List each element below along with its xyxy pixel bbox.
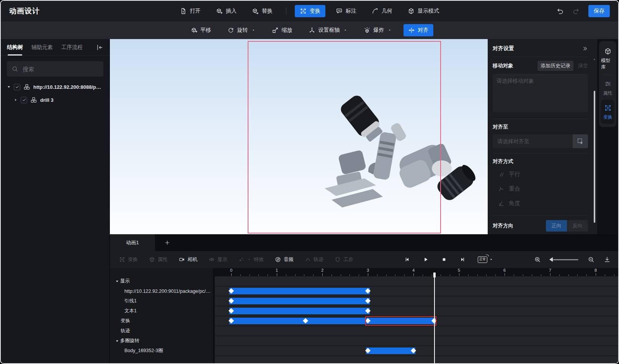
search-input[interactable] [22, 65, 99, 73]
sidebar-item-0[interactable]: 模型库 [601, 43, 614, 74]
menu-item-6[interactable]: 显示模式 [403, 5, 444, 17]
tree-node[interactable]: drill 3 [1, 93, 109, 106]
track-name: http://10.122.92.200:9011/package/pc/3dc… [124, 289, 212, 294]
track-bar[interactable] [229, 298, 370, 304]
tool-5[interactable]: 对齐 [403, 24, 433, 36]
align-method-1[interactable]: 重合 [493, 182, 588, 196]
timeline-zoom-slider[interactable] [550, 259, 578, 260]
tool-1[interactable]: 旋转 [223, 24, 260, 36]
timeline-tool-6[interactable]: 轨迹 [305, 256, 323, 263]
download-icon[interactable] [604, 256, 611, 263]
timeline-tool-label: 相机 [188, 256, 198, 263]
camera-icon [179, 256, 185, 263]
track-row[interactable] [215, 276, 619, 286]
timeline-ruler[interactable]: 012345678 [215, 268, 619, 276]
sidebar-item-label: 模型库 [601, 57, 614, 70]
menu-item-0[interactable]: 打开 [175, 5, 206, 17]
track-name-row[interactable]: http://10.122.92.200:9011/package/pc/3dc… [110, 286, 213, 296]
viewport-3d[interactable] [110, 39, 488, 234]
panel-scrollbar[interactable] [594, 91, 595, 223]
sidebar-item-2[interactable]: 变换 [601, 100, 614, 124]
explode-icon [364, 27, 371, 34]
collapse-arrow-icon[interactable] [14, 98, 18, 102]
direction-1[interactable]: 反向 [567, 220, 588, 232]
track-row[interactable] [215, 286, 619, 296]
add-timeline-tab-button[interactable] [155, 234, 180, 251]
track-name-row[interactable]: 引线1 [110, 296, 213, 306]
menu-item-4[interactable]: 标注 [331, 5, 361, 17]
left-tab-0[interactable]: 结构树 [7, 39, 23, 55]
add-history-button[interactable]: 添加历史记录 [537, 61, 573, 71]
move-object-input[interactable] [493, 74, 588, 112]
track-name-row[interactable]: 文本1 [110, 306, 213, 316]
tool-4[interactable]: 爆炸 [359, 24, 397, 36]
track-name-row[interactable]: Body_169352-3圈 [110, 346, 213, 356]
menu-item-5[interactable]: 几何 [367, 5, 397, 17]
play-icon [423, 256, 429, 263]
tree-node[interactable]: http://10.122.92.200:8088/pack... [1, 80, 109, 93]
track-row[interactable] [215, 336, 619, 346]
stop-button[interactable] [441, 256, 447, 263]
expand-arrow-icon[interactable] [7, 85, 11, 89]
cube-icon [149, 256, 155, 263]
track-name-row[interactable]: 轨迹 [110, 326, 213, 336]
ruler-label: 5 [458, 268, 460, 273]
pick-object-button[interactable] [573, 134, 588, 148]
track-row[interactable] [215, 306, 619, 316]
timeline-tool-4[interactable]: 特效 [238, 256, 264, 263]
track-bar[interactable] [229, 288, 370, 294]
track-name-row[interactable]: 显示 [110, 276, 213, 286]
direction-0[interactable]: 正向 [546, 220, 567, 232]
timeline-tool-3[interactable]: 显示 [209, 256, 227, 263]
tool-2[interactable]: 缩放 [267, 24, 297, 36]
timeline-tool-1[interactable]: 属性 [149, 256, 168, 263]
align-method-0[interactable]: 平行 [493, 167, 588, 181]
playhead[interactable] [434, 273, 435, 363]
save-button[interactable]: 保存 [588, 5, 610, 17]
timeline-tab-animation1[interactable]: 动画1 [110, 234, 155, 251]
clear-button[interactable]: 清空 [578, 62, 588, 69]
scroll-up-icon[interactable] [592, 57, 597, 62]
left-tab-1[interactable]: 辅助元素 [31, 39, 53, 55]
timeline-tool-2[interactable]: 相机 [179, 256, 198, 263]
undo-button[interactable] [556, 7, 564, 15]
left-tab-2[interactable]: 工序流程 [61, 39, 83, 55]
menu-item-2[interactable]: 替换 [247, 5, 278, 17]
group-expand-icon[interactable] [115, 279, 119, 283]
collapse-sidebar-button[interactable] [96, 44, 103, 51]
track-bar[interactable] [366, 348, 415, 354]
node-checkbox[interactable] [21, 97, 27, 103]
timeline-tool-0[interactable]: 变换 [119, 256, 138, 263]
group-expand-icon[interactable] [115, 339, 119, 343]
collapse-panel-icon[interactable] [582, 46, 588, 52]
track-row[interactable] [215, 326, 619, 336]
track-row[interactable] [215, 296, 619, 306]
menu-item-1[interactable]: 插入 [211, 5, 242, 17]
previous-frame-button[interactable] [404, 256, 410, 263]
zoom-in-icon[interactable] [534, 256, 541, 263]
redo-button[interactable] [572, 7, 580, 15]
track-name-row[interactable]: 变换 [110, 316, 213, 326]
tool-3[interactable]: 设置枢轴 [304, 24, 352, 36]
track-row[interactable] [215, 316, 619, 326]
caret-down-icon [387, 28, 392, 33]
tool-label: 对齐 [418, 27, 429, 34]
zoom-out-icon[interactable] [588, 256, 595, 263]
node-checkbox[interactable] [14, 84, 20, 90]
track-row[interactable] [215, 346, 619, 356]
timeline-body: 显示http://10.122.92.200:9011/package/pc/3… [110, 268, 619, 363]
align-to-input[interactable] [493, 134, 573, 148]
track-bar[interactable] [229, 308, 370, 314]
sidebar-item-1[interactable]: 属性 [601, 76, 614, 100]
play-button[interactable] [423, 256, 429, 263]
track-row-empty[interactable] [215, 356, 619, 364]
timeline-tool-7[interactable]: 工步 [335, 256, 353, 263]
tool-0[interactable]: 平移 [186, 24, 216, 36]
playback-speed-selector[interactable]: 正常 [478, 256, 493, 263]
next-frame-button[interactable] [459, 256, 465, 263]
track-name-row[interactable]: 多圈旋转 [110, 336, 213, 346]
timeline-tool-5[interactable]: 音频 [275, 256, 294, 263]
menu-item-3[interactable]: 变换 [295, 5, 325, 17]
slider-handle[interactable] [549, 257, 553, 262]
align-method-2[interactable]: 角度 [493, 196, 588, 211]
